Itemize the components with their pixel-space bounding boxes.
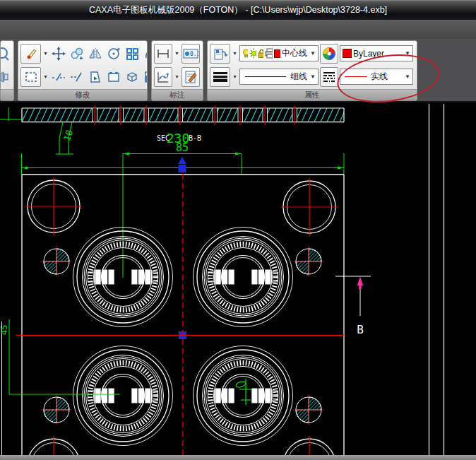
linewidth-tool-button[interactable] — [210, 67, 230, 87]
linetype-combo-value: 实线 — [371, 71, 388, 83]
grip-triangle[interactable] — [178, 157, 186, 164]
linetype-sample — [345, 76, 367, 77]
dimension-button[interactable] — [154, 44, 172, 64]
layer-sun-icon — [249, 48, 256, 59]
layer-combo-arrow-icon[interactable]: ▼ — [309, 50, 316, 57]
dim-bore-spacing-text: 85 — [176, 141, 189, 154]
linewidth-sample — [245, 76, 286, 77]
center-mark-annotation — [235, 379, 252, 405]
extend-icon[interactable] — [69, 69, 85, 85]
layer-combo[interactable]: 中心线 ▼ — [239, 45, 319, 61]
band-left-marks — [0, 107, 21, 121]
linewidth-tool-dropdown-icon[interactable]: ▾ — [232, 68, 238, 86]
coordinate-dim-button[interactable] — [154, 67, 172, 87]
dim-left-partial-text: 45 — [0, 325, 9, 335]
bolt-hole-bottom-left — [25, 436, 82, 455]
erase-dropdown-icon[interactable]: ▾ — [42, 45, 49, 63]
linewidth-combo-arrow-icon[interactable]: ▼ — [309, 73, 316, 80]
array-icon[interactable] — [124, 45, 141, 62]
corner-join-icon[interactable] — [142, 69, 148, 85]
section-letter-b: B — [357, 323, 364, 336]
panel-label-modify: 修改 — [18, 89, 147, 100]
dim-left-partial: 45 — [0, 319, 120, 394]
linewidth-combo-value: 细线 — [290, 71, 307, 83]
copy-icon[interactable] — [69, 45, 85, 62]
rotate-icon[interactable] — [105, 45, 122, 62]
tolerance-label: 0.1 — [190, 51, 198, 57]
panel-properties: ▾ 中心线 ▼ ByLayer ▼ — [207, 40, 417, 101]
bolt-hole-top-left — [25, 177, 82, 235]
color-combo-value: ByLayer — [353, 49, 384, 59]
dim-band-thickness: 10 — [56, 122, 75, 154]
linewidth-combo[interactable]: 细线 ▼ — [239, 69, 319, 85]
panel-clipped-left — [0, 40, 14, 101]
color-wheel-button[interactable] — [320, 44, 338, 64]
center-lines[interactable] — [16, 174, 344, 455]
dimension-dropdown-icon[interactable]: ▾ — [174, 45, 180, 63]
mirror-icon[interactable] — [87, 45, 104, 62]
layer-lock-icon — [258, 48, 263, 59]
application-window: CAXA电子图板机械版2009（FOTON） - [C:\Users\wjp\D… — [0, 0, 476, 460]
current-color-swatch — [343, 49, 352, 58]
tolerance-dropdown-icon[interactable]: ▾ — [201, 45, 203, 63]
dowel-pin-top-left — [41, 246, 72, 277]
dim-band-thickness-text: 10 — [61, 129, 75, 143]
bearing-bottom-left — [73, 346, 173, 446]
linetype-combo-arrow-icon[interactable]: ▼ — [403, 73, 410, 80]
layer-tool-button[interactable] — [210, 44, 230, 64]
color-combo-arrow-icon[interactable]: ▼ — [403, 50, 410, 57]
layer-print-icon — [265, 48, 273, 59]
move-icon[interactable] — [50, 45, 67, 62]
section-band — [0, 105, 344, 125]
grip-handles[interactable] — [178, 157, 186, 339]
menu-band — [0, 20, 476, 39]
panel-modify: ▾ ▾ — [18, 40, 148, 101]
stretch-drag-icon[interactable] — [87, 69, 104, 85]
layer-tool-dropdown-icon[interactable]: ▾ — [232, 45, 238, 63]
erase-button[interactable] — [20, 44, 41, 64]
linetype-manager-button[interactable] — [320, 67, 338, 87]
window-title: CAXA电子图板机械版2009（FOTON） - [C:\Users\wjp\D… — [89, 4, 387, 16]
panel-label-properties: 属性 — [208, 89, 417, 100]
paste-icon[interactable] — [105, 69, 122, 85]
panel-dimension: ▾ 0.1 ▾ ▾ ▾ 标注 — [151, 40, 203, 101]
dowel-pin-bottom-left — [41, 394, 72, 425]
box-3d-icon[interactable] — [124, 69, 141, 85]
stretch-window-button[interactable] — [20, 67, 41, 87]
layer-color-swatch — [274, 49, 280, 58]
dowel-pin-bottom-right — [293, 394, 324, 425]
scale-icon[interactable] — [142, 45, 148, 62]
bolt-hole-bottom-right — [281, 436, 338, 455]
text-edit-button[interactable] — [182, 67, 200, 87]
taskbar-edge — [0, 455, 476, 460]
stretch-dropdown-icon[interactable]: ▾ — [42, 68, 49, 86]
coordinate-dim-dropdown-icon[interactable]: ▾ — [174, 68, 180, 86]
bearing-top-right — [194, 228, 293, 327]
zoom-icon[interactable] — [0, 45, 11, 62]
title-bar[interactable]: CAXA电子图板机械版2009（FOTON） - [C:\Users\wjp\D… — [0, 0, 476, 20]
bolt-hole-top-right — [281, 178, 338, 236]
section-label-suffix: B-B — [189, 134, 201, 142]
layer-combo-value: 中心线 — [282, 47, 307, 59]
grip-square-top[interactable] — [179, 165, 186, 172]
color-combo[interactable]: ByLayer ▼ — [340, 45, 413, 61]
text-edit-dropdown-icon[interactable]: ▾ — [201, 68, 203, 86]
panel-label-dimension: 标注 — [152, 89, 203, 100]
ribbon: ▾ ▾ — [0, 39, 476, 101]
dowel-pin-top-right — [293, 246, 324, 277]
view-icon[interactable] — [0, 69, 11, 85]
bearing-bottom-right — [194, 346, 293, 446]
cad-canvas[interactable]: 10 SEC 230 B-B 85 — [0, 102, 476, 455]
linetype-combo[interactable]: 实线 ▼ — [340, 69, 413, 85]
break-icon[interactable] — [50, 69, 67, 85]
section-arrow-b: B — [335, 276, 371, 336]
tolerance-button[interactable]: 0.1 — [182, 44, 200, 64]
layer-on-bulb-icon — [242, 48, 248, 59]
